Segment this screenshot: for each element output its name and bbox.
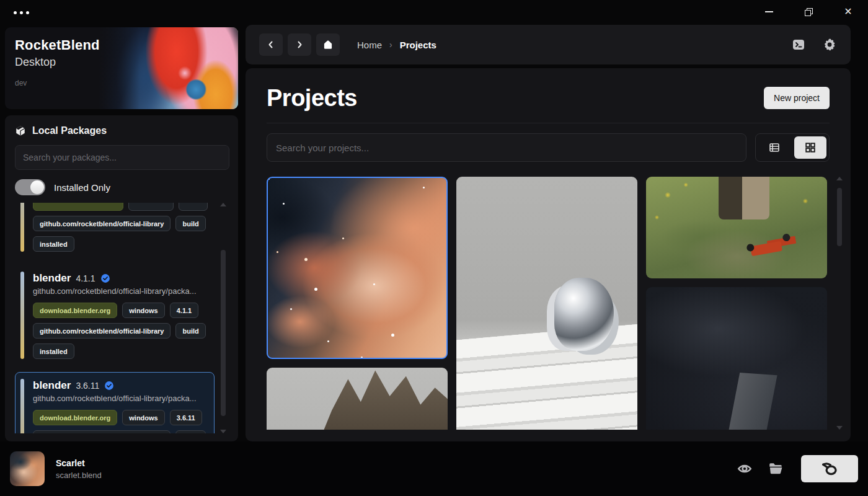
current-project-file: scarlet.blend <box>56 471 102 480</box>
package-cube-icon <box>15 125 26 136</box>
package-tag: download.blender.org <box>33 303 117 318</box>
chevron-left-icon <box>266 40 276 50</box>
open-folder-button[interactable] <box>768 461 784 477</box>
package-accent-bar <box>20 272 24 359</box>
blender-logo-icon <box>821 460 838 477</box>
project-card-mountains[interactable] <box>267 368 448 430</box>
package-tag: download.blender.org <box>33 410 117 425</box>
list-view-icon <box>768 141 781 154</box>
local-packages-title: Local Packages <box>32 125 107 136</box>
brand-title: RocketBlend <box>15 37 100 53</box>
package-name: blender <box>33 379 71 392</box>
breadcrumb-separator-icon: › <box>389 40 392 50</box>
app-menu-button[interactable] <box>14 11 29 14</box>
verified-badge-icon <box>104 381 114 391</box>
package-tag: windows <box>122 410 164 425</box>
close-icon: ✕ <box>844 7 852 17</box>
grid-view-button[interactable] <box>794 136 826 159</box>
brand-version: dev <box>15 79 100 87</box>
package-name: blender <box>33 272 71 285</box>
menu-dot <box>20 11 23 14</box>
package-url: github.com/rocketblend/official-library/… <box>33 394 208 405</box>
scrollbar-thumb[interactable] <box>837 188 842 246</box>
launch-blender-button[interactable] <box>801 455 858 482</box>
package-item-partial[interactable]: github.com/rocketblend/official-library … <box>15 203 215 259</box>
scroll-down-arrow-icon[interactable] <box>836 426 843 430</box>
package-tag: build <box>175 430 205 433</box>
back-button[interactable] <box>259 33 283 56</box>
sidebar: RocketBlend Desktop dev Local Packages I… <box>5 27 238 441</box>
package-url: github.com/rocketblend/official-library/… <box>33 286 208 298</box>
project-card-garden[interactable] <box>646 177 827 278</box>
window-controls: ✕ <box>749 0 868 24</box>
package-tag: build <box>175 216 205 231</box>
terminal-icon <box>791 37 806 52</box>
packages-search-input[interactable] <box>15 145 229 170</box>
brand-artwork-fade <box>98 27 238 109</box>
star-field <box>268 178 446 358</box>
project-card-monolith[interactable] <box>646 287 827 430</box>
menu-dot <box>14 11 17 14</box>
forward-button[interactable] <box>288 33 311 56</box>
home-icon <box>322 39 334 50</box>
preview-button[interactable] <box>737 461 753 477</box>
divider <box>267 123 830 123</box>
settings-button[interactable] <box>822 37 837 52</box>
package-version: 4.1.1 <box>76 273 95 283</box>
new-project-button[interactable]: New project <box>764 87 830 109</box>
projects-scrollbar[interactable] <box>836 177 843 430</box>
grid-view-icon <box>804 141 817 154</box>
brand-card: RocketBlend Desktop dev <box>5 27 238 109</box>
package-tag: build <box>175 323 205 339</box>
gear-icon <box>822 37 837 52</box>
list-view-button[interactable] <box>758 136 790 159</box>
view-toggle-group <box>755 133 830 162</box>
package-tag: installed <box>33 236 74 252</box>
package-tag: 3.6.11 <box>170 410 202 425</box>
package-tag <box>33 203 123 211</box>
scrollbar-thumb[interactable] <box>221 250 226 416</box>
installed-only-label: Installed Only <box>54 182 110 193</box>
projects-search-input[interactable] <box>267 133 746 162</box>
brand-subtitle: Desktop <box>15 56 100 69</box>
package-tag: installed <box>33 343 74 359</box>
package-tag: github.com/rocketblend/official-library <box>33 323 170 339</box>
package-item-blender-3-6-11[interactable]: blender 3.6.11 github.com/rocketblend/of… <box>15 372 215 433</box>
home-button[interactable] <box>316 33 340 56</box>
package-tag: github.com/rocketblend/official-library <box>33 430 170 433</box>
breadcrumb: Home › Projects <box>357 40 436 50</box>
installed-only-toggle[interactable] <box>15 179 45 195</box>
package-accent-bar <box>20 379 24 433</box>
page-title: Projects <box>267 85 357 112</box>
toggle-knob <box>30 180 44 194</box>
package-list: github.com/rocketblend/official-library … <box>15 203 229 433</box>
current-project-name: Scarlet <box>56 458 102 468</box>
close-button[interactable]: ✕ <box>828 0 868 24</box>
package-tag: github.com/rocketblend/official-library <box>33 216 170 231</box>
minimize-button[interactable] <box>749 0 789 24</box>
current-project-thumbnail[interactable] <box>10 451 45 486</box>
restore-icon <box>805 8 813 16</box>
scroll-down-arrow-icon[interactable] <box>220 430 226 433</box>
restore-button[interactable] <box>789 0 828 24</box>
package-tag <box>179 203 208 211</box>
project-card-nebula-selected[interactable] <box>267 177 448 359</box>
breadcrumb-current: Projects <box>400 40 436 50</box>
current-project-bar: Scarlet scarlet.blend <box>0 441 868 496</box>
project-card-chrome-sculpture[interactable] <box>456 177 637 430</box>
terminal-button[interactable] <box>791 37 806 52</box>
chevron-right-icon <box>294 40 304 50</box>
package-tag <box>128 203 174 211</box>
package-tag: 4.1.1 <box>170 303 198 318</box>
titlebar: ✕ <box>0 0 868 24</box>
verified-badge-icon <box>100 273 110 283</box>
minimize-icon <box>765 11 773 12</box>
package-version: 3.6.11 <box>76 381 99 391</box>
folder-icon <box>768 461 784 477</box>
eye-icon <box>737 461 753 477</box>
package-tag: windows <box>122 303 164 318</box>
projects-panel: Projects New project <box>246 68 851 441</box>
package-item-blender-4-1-1[interactable]: blender 4.1.1 github.com/rocketblend/off… <box>15 265 215 366</box>
package-list-scrollbar[interactable] <box>219 203 227 433</box>
breadcrumb-home[interactable]: Home <box>357 40 382 50</box>
